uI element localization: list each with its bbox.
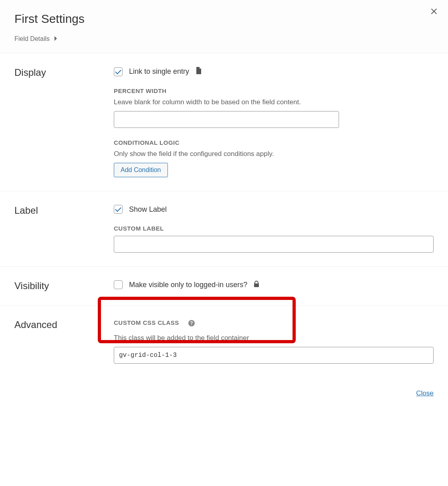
advanced-section: Advanced CUSTOM CSS CLASS ? This class w… (0, 306, 448, 377)
percent-width-help: Leave blank for column width to be based… (114, 98, 434, 106)
logged-in-label: Make visible only to logged-in users? (129, 281, 247, 289)
custom-css-heading: CUSTOM CSS CLASS (114, 319, 179, 326)
percent-width-input[interactable] (114, 111, 339, 128)
display-heading: Display (14, 67, 114, 78)
modal-footer: Close (0, 377, 448, 413)
file-icon (196, 67, 202, 76)
modal-header: First Settings Field Details (0, 0, 448, 53)
custom-css-help: This class will be added to the field co… (114, 334, 434, 342)
label-heading: Label (14, 205, 114, 216)
conditional-logic-help: Only show the field if the configured co… (114, 150, 434, 158)
logged-in-checkbox[interactable] (114, 280, 123, 289)
breadcrumb-label: Field Details (14, 35, 50, 43)
label-section: Label Show Label CUSTOM LABEL (0, 191, 448, 267)
lock-icon (254, 281, 259, 289)
custom-css-input[interactable] (114, 347, 434, 364)
show-label-text: Show Label (129, 205, 167, 214)
svg-text:?: ? (190, 320, 193, 326)
help-icon[interactable]: ? (188, 320, 195, 327)
conditional-logic-heading: CONDITIONAL LOGIC (114, 139, 434, 146)
visibility-heading: Visibility (14, 280, 114, 292)
advanced-heading: Advanced (14, 319, 114, 330)
page-title: First Settings (14, 12, 434, 26)
close-link[interactable]: Close (416, 389, 434, 397)
link-single-entry-checkbox[interactable] (114, 67, 123, 76)
settings-modal: First Settings Field Details Display Lin… (0, 0, 448, 413)
breadcrumb[interactable]: Field Details (14, 35, 434, 43)
link-single-entry-label: Link to single entry (129, 67, 189, 76)
visibility-section: Visibility Make visible only to logged-i… (0, 267, 448, 306)
add-condition-button[interactable]: Add Condition (114, 163, 168, 177)
chevron-right-icon (54, 35, 58, 43)
percent-width-heading: PERCENT WIDTH (114, 87, 434, 94)
custom-label-heading: CUSTOM LABEL (114, 225, 434, 232)
display-section: Display Link to single entry PERCENT WID… (0, 53, 448, 191)
custom-label-input[interactable] (114, 236, 434, 253)
close-icon[interactable] (430, 6, 438, 17)
show-label-checkbox[interactable] (114, 205, 123, 214)
